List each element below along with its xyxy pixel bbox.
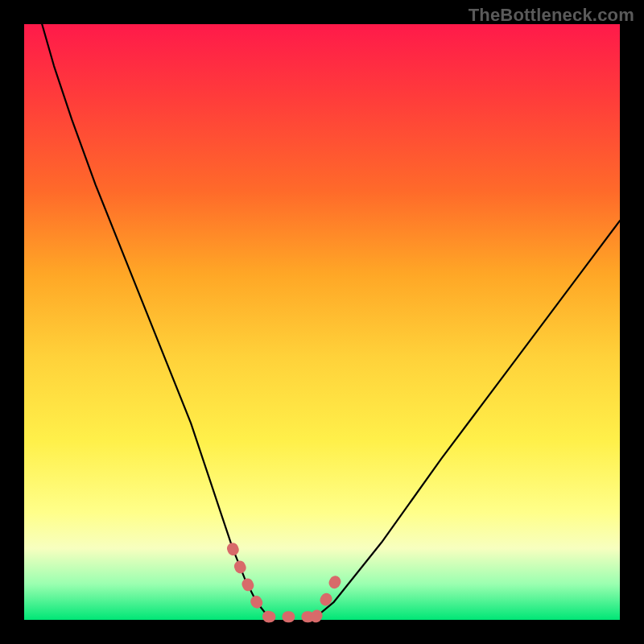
plot-area [24,24,620,620]
left-curve [42,24,268,617]
chart-stage: TheBottleneck.com [0,0,644,644]
series-group [42,24,620,617]
right-curve [316,221,620,617]
chart-svg [24,24,620,620]
watermark-text: TheBottleneck.com [469,5,634,26]
valley-marker-left [233,548,268,617]
valley-marker-right [316,578,337,617]
